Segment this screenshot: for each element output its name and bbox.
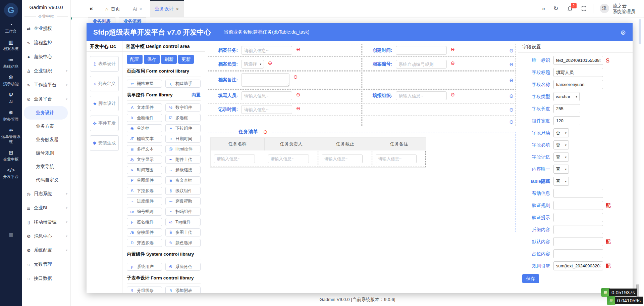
expand-tabs-icon[interactable]: » [542,6,545,11]
sidebar-subitem[interactable]: 业务触发器 [22,133,70,146]
field-setting-input[interactable] [553,261,603,270]
refresh-icon[interactable]: ↻ [553,6,558,11]
rail-item-7[interactable]: ⊞企业中枢 [0,150,22,162]
dc-button[interactable]: ↥表单设计 [90,56,119,72]
component-button[interactable]: §级联组件 [165,187,201,195]
remove-field-icon[interactable]: ⊖ [296,92,301,98]
remove-row-icon[interactable]: ⊖ [509,107,514,112]
component-button[interactable]: S下拉多选 [127,187,162,195]
component-button[interactable]: P单图组件 [127,176,162,184]
component-button[interactable]: Θ系统角色 [165,263,201,271]
sidebar-subitem[interactable]: 业务设计 [24,106,68,120]
sidebar-item[interactable]: ∿流程监控 [22,36,70,50]
dc-button[interactable]: ✜事件开发 [90,116,119,131]
component-button[interactable]: ☑多选框 [165,114,201,122]
field-setting-select[interactable]: 否▾ [553,140,569,149]
form-cell[interactable]: 档案备注:⊖ [208,72,362,88]
form-cell[interactable]: 填报组织:⊖⊖ [363,89,516,102]
rail-item-1[interactable]: ▥档案系统 [0,39,22,51]
field-setting-input[interactable] [553,189,603,198]
save-button[interactable]: 保存 [522,274,539,283]
field-setting-input[interactable] [553,80,603,89]
component-button[interactable]: A文本组件 [127,103,162,112]
dc-button[interactable]: ★脚本设计 [90,96,119,111]
sidebar-subitem[interactable]: 业务方案 [22,120,70,133]
lib-action-button[interactable]: 配置 [127,55,143,64]
form-cell[interactable]: 填写人员:⊖ [208,89,362,102]
form-cell[interactable]: 档案负责:请选择▾⊖ [208,58,362,71]
component-button[interactable]: §添加附表 [165,287,201,293]
rail-item-8[interactable]: </>开发平台 [0,167,22,179]
component-button[interactable]: ↔超级链接 [165,166,201,174]
field-input[interactable] [396,91,447,100]
builtin-link[interactable]: 内置 [192,92,201,98]
component-button[interactable]: ◉单选框 [127,124,162,132]
component-button[interactable]: ◑日期时间 [165,135,201,143]
remove-field-icon[interactable]: ⊖ [268,60,272,66]
avatar[interactable]: 流 [600,4,609,13]
rail-collapse-icon[interactable]: ≣ [0,232,22,239]
close-icon[interactable]: × [176,6,179,12]
component-button[interactable]: ≣多行文本 [127,145,162,153]
field-setting-select[interactable]: 否▾ [553,152,569,162]
sidebar-subitem[interactable]: 代码自定义 [22,173,70,187]
field-setting-select[interactable]: 否▾ [553,165,569,174]
sidebar-item[interactable]: ⊙业务平台▾ [22,92,70,106]
component-button[interactable]: ¥金额组件 [127,114,162,122]
sidebar-item[interactable]: ◷日志系统▾ [22,187,70,201]
field-input[interactable] [241,91,292,100]
rail-item-2[interactable]: ≔基础信息 [0,57,22,69]
sidebar-subitem[interactable]: 编号规则 [22,146,70,160]
fullscreen-icon[interactable] [581,6,587,11]
field-setting-select[interactable]: 否▾ [553,177,569,186]
component-button[interactable]: Æ辅助文本 [127,135,162,143]
component-button[interactable]: §分组线条 [127,287,162,293]
component-button[interactable]: ωTag组件 [165,218,201,226]
sidebar-item[interactable]: ⚙消息中心▾ [22,229,70,243]
rail-item-3[interactable]: ❆演示功能 [0,75,22,86]
sidebar-item[interactable]: ◌接口数据 [22,271,70,286]
subtable-container[interactable]: 任务清单 ⊖ 任务名称任务负责人任务截止任务备注 [208,132,516,232]
component-button[interactable]: ↝穿透帮助 [165,197,201,205]
field-setting-input[interactable] [553,68,603,77]
field-setting-input[interactable] [553,213,603,222]
component-button[interactable]: ⒼHtml控件 [165,145,201,153]
form-cell[interactable]: 档案编号:⊖⊖ [363,58,516,71]
remove-field-icon[interactable]: ⊖ [451,92,455,98]
rail-item-6[interactable]: ⇻运单管理系统 [0,127,22,144]
field-input[interactable] [396,60,447,69]
config-badge[interactable]: S [606,57,610,64]
field-setting-input[interactable] [553,249,603,258]
scrollbar-thumb[interactable] [639,19,641,44]
field-input[interactable] [396,46,447,55]
component-button[interactable]: œ编号规则 [127,208,162,216]
table-cell-input[interactable] [268,155,309,163]
field-setting-input[interactable] [553,225,603,234]
tab-0[interactable]: ⌂首页 [100,0,125,17]
sidebar-item[interactable]: ◌元数管理 [22,257,70,271]
table-cell-input[interactable] [376,155,417,163]
form-cell[interactable]: ⊖ [363,72,516,88]
sidebar-item[interactable]: ♙企业组织▾ [22,64,70,78]
field-select[interactable]: 请选择▾ [241,60,264,69]
field-setting-input[interactable] [553,116,580,125]
form-cell[interactable]: 档案任务:⊖ [208,44,362,57]
component-button[interactable]: ½数字组件 [165,103,201,112]
component-button[interactable]: あ文字显示 [127,156,162,164]
remove-row-icon[interactable]: ⊖ [509,93,514,98]
background-tab[interactable]: 业务列表 [88,17,115,23]
lib-action-button[interactable]: 更新 [178,55,194,64]
background-tab[interactable]: 业务流程 [119,17,146,23]
remove-field-icon[interactable]: ⊖ [296,105,301,112]
sidebar-item[interactable]: ●超级中心 [22,50,70,64]
field-setting-input[interactable] [553,56,603,65]
config-badge[interactable]: 配 [606,202,611,209]
form-cell[interactable]: ⊖ [363,103,516,116]
app-logo[interactable]: G [4,3,18,17]
sidebar-item[interactable]: ∿工作流平台▾ [22,78,70,92]
form-cell[interactable] [208,117,362,126]
field-setting-select[interactable]: varchar▾ [553,92,580,101]
notifications-bell-icon[interactable]: 2 [567,5,573,11]
form-cell[interactable]: ⊖ [363,117,516,126]
remove-row-icon[interactable]: ⊖ [509,62,514,67]
